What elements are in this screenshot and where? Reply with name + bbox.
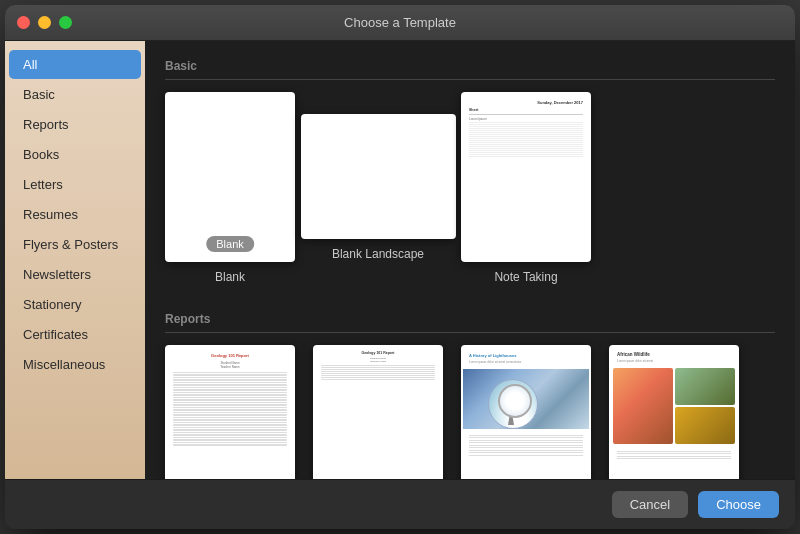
template-essay[interactable]: Geology 101 Report Student NameTeacher N… [165, 345, 295, 479]
sidebar-item-certificates[interactable]: Certificates [9, 320, 141, 349]
sidebar-item-resumes[interactable]: Resumes [9, 200, 141, 229]
template-school-report-thumb: A History of Lighthouses Lorem ipsum dol… [461, 345, 591, 479]
sidebar: All Basic Reports Books Letters Resumes … [5, 41, 145, 479]
blank-badge: Blank [206, 236, 254, 252]
template-blank[interactable]: Blank Blank [165, 92, 295, 284]
template-note-taking-thumb: Sunday, December 2017 Sheet Lorum Ipsum [461, 92, 591, 262]
main-content: All Basic Reports Books Letters Resumes … [5, 41, 795, 479]
choose-button[interactable]: Choose [698, 491, 779, 518]
sidebar-item-flyers-posters[interactable]: Flyers & Posters [9, 230, 141, 259]
template-term-paper-thumb: Geology 101 Report Geology 101 Report St… [313, 345, 443, 479]
template-school-report[interactable]: A History of Lighthouses Lorem ipsum dol… [461, 345, 591, 479]
basic-template-grid: Blank Blank Blank Landscape Sunday, Dece… [165, 92, 775, 284]
sidebar-item-newsletters[interactable]: Newsletters [9, 260, 141, 289]
window-controls [17, 16, 72, 29]
sidebar-item-stationery[interactable]: Stationery [9, 290, 141, 319]
section-reports-header: Reports [165, 312, 775, 333]
template-blank-thumb: Blank [165, 92, 295, 262]
template-term-paper[interactable]: Geology 101 Report Geology 101 Report St… [313, 345, 443, 479]
window-title: Choose a Template [344, 15, 456, 30]
template-blank-landscape-label: Blank Landscape [332, 247, 424, 261]
sidebar-item-miscellaneous[interactable]: Miscellaneous [9, 350, 141, 379]
template-note-taking[interactable]: Sunday, December 2017 Sheet Lorum Ipsum [461, 92, 591, 284]
maximize-button[interactable] [59, 16, 72, 29]
sidebar-item-reports[interactable]: Reports [9, 110, 141, 139]
sidebar-item-books[interactable]: Books [9, 140, 141, 169]
template-visual-report-thumb: African Wildlife Lorem ipsum dolor sit a… [609, 345, 739, 479]
template-grid-area: Basic Blank Blank Blank Landscape Sunday… [145, 41, 795, 479]
footer: Cancel Choose [5, 479, 795, 529]
minimize-button[interactable] [38, 16, 51, 29]
template-blank-landscape-thumb [301, 114, 456, 239]
cancel-button[interactable]: Cancel [612, 491, 688, 518]
template-visual-report[interactable]: African Wildlife Lorem ipsum dolor sit a… [609, 345, 739, 479]
template-essay-thumb: Geology 101 Report Student NameTeacher N… [165, 345, 295, 479]
template-blank-label: Blank [215, 270, 245, 284]
section-basic-header: Basic [165, 59, 775, 80]
template-note-taking-label: Note Taking [494, 270, 557, 284]
sidebar-item-basic[interactable]: Basic [9, 80, 141, 109]
sidebar-item-letters[interactable]: Letters [9, 170, 141, 199]
close-button[interactable] [17, 16, 30, 29]
template-chooser-window: Choose a Template All Basic Reports Book… [5, 5, 795, 529]
reports-template-grid: Geology 101 Report Student NameTeacher N… [165, 345, 775, 479]
sidebar-item-all[interactable]: All [9, 50, 141, 79]
template-blank-landscape[interactable]: Blank Landscape [313, 92, 443, 284]
titlebar: Choose a Template [5, 5, 795, 41]
